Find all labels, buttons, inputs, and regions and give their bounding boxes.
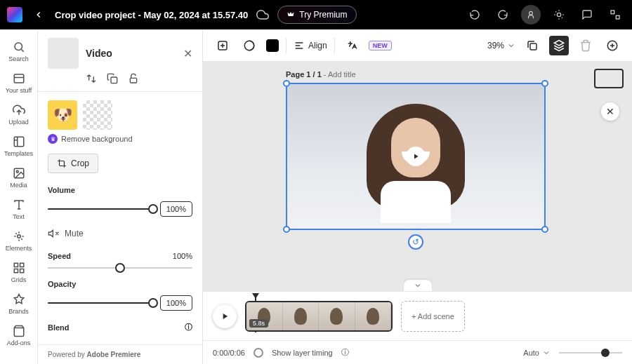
page-thumbnail[interactable] [594, 69, 624, 88]
svg-point-9 [17, 235, 20, 238]
close-panel-button[interactable]: ✕ [183, 47, 192, 60]
timeline: 5.8s + Add scene [203, 291, 632, 340]
add-page-icon[interactable] [603, 36, 622, 55]
svg-rect-11 [20, 263, 23, 267]
zoom-control[interactable]: 39% [487, 41, 515, 50]
auto-zoom-select[interactable]: Auto [523, 349, 551, 357]
new-badge: NEW [369, 41, 392, 50]
svg-point-0 [529, 11, 533, 15]
rail-search[interactable]: Search [0, 36, 37, 67]
time-display: 0:00/0:06 [213, 349, 245, 357]
lock-icon[interactable] [128, 73, 139, 84]
canvas-stage[interactable]: Page 1 / 1 - Add title ↺ ✕ [203, 62, 632, 291]
svg-rect-13 [20, 269, 23, 273]
canvas-toolbar: Align NEW 39% [203, 29, 632, 62]
svg-rect-18 [530, 43, 536, 50]
resize-handle-bl[interactable] [283, 226, 290, 233]
play-video-button[interactable] [406, 147, 426, 166]
resize-handle-tr[interactable] [541, 80, 548, 87]
volume-value[interactable]: 100% [160, 201, 192, 217]
duplicate-icon[interactable] [107, 73, 118, 84]
duplicate-page-icon[interactable] [522, 36, 542, 55]
svg-rect-12 [14, 269, 18, 273]
adjust-icon[interactable] [239, 36, 259, 55]
svg-rect-3 [616, 15, 619, 19]
redo-button[interactable] [493, 5, 513, 25]
svg-rect-2 [611, 11, 614, 14]
remove-bg-after-thumb [83, 100, 112, 130]
rail-elements[interactable]: Elements [0, 226, 37, 256]
selected-video-frame[interactable]: ↺ [286, 83, 546, 230]
svg-point-1 [557, 13, 560, 16]
app-logo[interactable] [7, 7, 22, 22]
user-avatar[interactable] [521, 5, 541, 25]
svg-rect-6 [14, 137, 24, 147]
color-swatch[interactable] [266, 39, 279, 52]
svg-point-4 [15, 43, 22, 50]
rail-templates[interactable]: Templates [0, 131, 37, 161]
layer-timing-toggle[interactable] [254, 348, 263, 358]
timeline-play-button[interactable] [213, 304, 237, 328]
svg-rect-14 [111, 77, 117, 83]
left-rail: Search Your stuff Upload Templates Media… [0, 29, 38, 364]
try-premium-label: Try Premium [299, 10, 347, 20]
translate-icon[interactable] [342, 36, 362, 55]
svg-rect-15 [130, 78, 136, 83]
swap-icon[interactable] [86, 73, 97, 84]
rail-addons[interactable]: Add-ons [0, 321, 37, 351]
info-icon[interactable]: ⓘ [341, 347, 349, 358]
opacity-value[interactable]: 100% [160, 295, 192, 311]
align-button[interactable]: Align [294, 40, 327, 51]
add-scene-button[interactable]: + Add scene [401, 301, 465, 332]
revert-button[interactable]: ↺ [408, 234, 423, 250]
volume-slider[interactable] [48, 208, 153, 210]
volume-label: Volume [48, 186, 75, 194]
panel-title: Video [86, 48, 176, 59]
back-button[interactable] [31, 7, 46, 22]
premium-crown-icon: ♛ [48, 134, 58, 144]
opacity-slider[interactable] [48, 302, 153, 304]
timeline-clip[interactable]: 5.8s [245, 301, 393, 332]
svg-point-8 [16, 170, 18, 173]
comment-icon[interactable] [577, 5, 597, 25]
rail-media[interactable]: Media [0, 163, 37, 193]
stage-close-button[interactable]: ✕ [601, 102, 619, 121]
rail-text[interactable]: Text [0, 194, 37, 224]
info-icon[interactable]: ⓘ [185, 322, 192, 332]
remove-bg-before-thumb: 🐶 [48, 100, 77, 130]
rail-upload[interactable]: Upload [0, 100, 37, 130]
rail-your-stuff[interactable]: Your stuff [0, 68, 37, 98]
crop-button[interactable]: Crop [48, 154, 98, 173]
cloud-sync-icon[interactable] [256, 8, 269, 21]
rail-brands[interactable]: Brands [0, 289, 37, 319]
bottom-bar: 0:00/0:06 Show layer timing ⓘ Auto [203, 340, 632, 364]
timeline-collapse-toggle[interactable] [404, 280, 432, 291]
resize-handle-tl[interactable] [283, 80, 290, 87]
effects-icon[interactable] [213, 36, 232, 55]
remove-background-button[interactable]: ♛ Remove background [48, 134, 192, 144]
layer-timing-label: Show layer timing [272, 349, 333, 357]
properties-panel: Video ✕ 🐶 ♛ Remove background Crop Vo [38, 29, 203, 364]
mute-toggle[interactable]: Mute [48, 228, 192, 239]
resize-handle-br[interactable] [541, 226, 548, 233]
delete-icon[interactable] [576, 36, 595, 55]
undo-button[interactable] [465, 5, 485, 25]
blend-label: Blend [48, 323, 70, 332]
speed-label: Speed [48, 252, 71, 260]
video-thumbnail[interactable] [48, 38, 79, 69]
share-icon[interactable] [605, 5, 625, 25]
clip-duration-badge: 5.8s [249, 319, 268, 328]
project-title[interactable]: Crop video project - May 02, 2024 at 15.… [55, 10, 248, 20]
page-label[interactable]: Page 1 / 1 - Add title [286, 70, 356, 79]
opacity-label: Opacity [48, 280, 76, 288]
svg-rect-5 [14, 74, 24, 83]
try-premium-button[interactable]: Try Premium [277, 6, 356, 24]
speed-slider[interactable] [48, 267, 192, 269]
help-icon[interactable] [549, 5, 569, 25]
panel-footer: Powered by Adobe Premiere [38, 344, 202, 364]
layers-icon[interactable] [549, 36, 569, 55]
rail-grids[interactable]: Grids [0, 257, 37, 288]
svg-rect-10 [14, 263, 18, 267]
timeline-zoom-slider[interactable] [559, 352, 622, 353]
speed-value: 100% [173, 252, 192, 260]
